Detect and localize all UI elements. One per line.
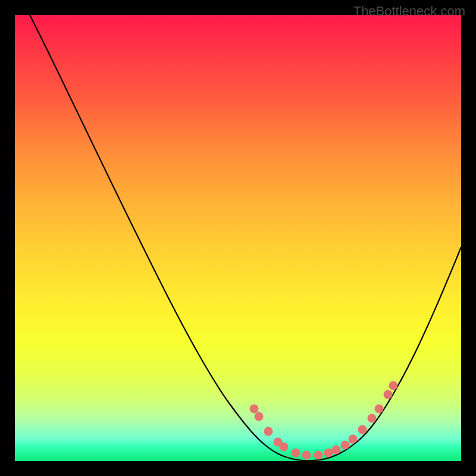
data-marker xyxy=(375,405,384,414)
data-marker xyxy=(264,427,273,436)
bottleneck-curve xyxy=(30,15,461,461)
data-marker xyxy=(292,449,300,458)
data-marker xyxy=(255,412,264,421)
data-marker xyxy=(280,443,289,452)
data-marker xyxy=(358,425,367,434)
data-marker xyxy=(302,451,311,460)
data-markers xyxy=(250,381,398,460)
data-marker xyxy=(341,441,350,450)
chart-plot-area xyxy=(15,15,461,461)
data-marker xyxy=(250,405,259,414)
data-marker xyxy=(384,390,393,399)
data-marker xyxy=(314,451,323,460)
data-marker xyxy=(332,446,341,455)
data-marker xyxy=(349,435,358,444)
data-marker xyxy=(324,449,333,458)
data-marker xyxy=(389,381,398,390)
watermark-text: TheBottleneck.com xyxy=(353,4,465,19)
chart-svg xyxy=(15,15,461,461)
data-marker xyxy=(368,414,377,423)
